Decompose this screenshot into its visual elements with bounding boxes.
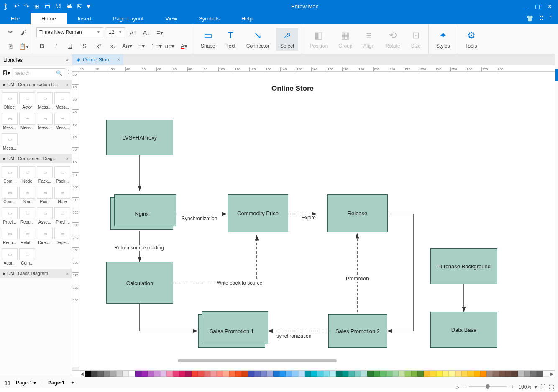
open-icon[interactable]: 🗀 (44, 3, 50, 10)
section-close-icon[interactable]: × (66, 271, 69, 276)
cut-icon[interactable]: ✂ (5, 27, 16, 38)
color-swatch[interactable] (493, 371, 499, 377)
pagelist-icon[interactable]: ▯▯ (4, 380, 10, 386)
color-swatch[interactable] (336, 371, 342, 377)
fit-page-icon[interactable]: ⛶ (540, 384, 545, 390)
color-swatch[interactable] (543, 371, 549, 377)
library-item[interactable]: ▭Point (37, 187, 53, 204)
color-swatch[interactable] (512, 371, 518, 377)
save-icon[interactable]: 🖫 (55, 3, 61, 10)
color-swatch[interactable] (223, 371, 229, 377)
lib-down-icon[interactable]: ˅ (68, 73, 69, 76)
table-icon[interactable]: ▦ (555, 185, 558, 196)
rotate-button[interactable]: ⟲Rotate (381, 28, 404, 51)
line-spacing-icon[interactable]: ≡▾ (136, 41, 147, 51)
library-item[interactable]: ▭Actor (19, 92, 35, 109)
paste-icon[interactable]: 📋▾ (18, 41, 29, 52)
color-swatch[interactable] (424, 371, 430, 377)
ribbon-collapse-icon[interactable]: ˄ (549, 15, 552, 22)
node-release[interactable]: Release (327, 194, 388, 232)
library-item[interactable]: ▭Com... (2, 187, 18, 204)
strike-icon[interactable]: S (79, 41, 90, 51)
color-swatch[interactable] (91, 371, 97, 377)
color-swatch[interactable] (185, 371, 192, 377)
position-button[interactable]: ◧Position (305, 28, 332, 51)
color-swatch[interactable] (399, 371, 405, 377)
library-item[interactable]: ▭Aggr... (2, 248, 18, 265)
layers-icon[interactable]: ☰ (555, 127, 558, 139)
color-swatch[interactable] (173, 371, 179, 377)
color-swatch[interactable] (392, 371, 399, 377)
color-swatch[interactable] (235, 371, 242, 377)
apps-icon[interactable]: ⠿ (539, 15, 543, 22)
color-swatch[interactable] (229, 371, 235, 377)
format-painter-icon[interactable]: 🖌 (18, 27, 29, 38)
menu-view[interactable]: View (154, 13, 188, 24)
color-swatch[interactable] (367, 371, 374, 377)
node-lvs[interactable]: LVS+HAProxy (106, 120, 173, 155)
shape-button[interactable]: ▭Shape (197, 28, 220, 51)
undo-icon[interactable]: ↶ (14, 3, 19, 10)
color-swatch[interactable] (530, 371, 537, 377)
color-swatch[interactable] (348, 371, 355, 377)
color-swatch[interactable] (85, 371, 91, 377)
color-swatch[interactable] (449, 371, 455, 377)
color-swatch[interactable] (267, 371, 273, 377)
color-swatch[interactable] (380, 371, 386, 377)
presentation-icon[interactable]: ▷ (456, 384, 459, 390)
color-swatch[interactable] (292, 371, 298, 377)
library-item[interactable]: ▭Requ... (19, 207, 35, 224)
node-purchase[interactable]: Purchase Background (430, 248, 497, 284)
color-swatch[interactable] (461, 371, 468, 377)
menu-file[interactable]: File (0, 13, 31, 24)
color-swatch[interactable] (518, 371, 524, 377)
section-close-icon[interactable]: × (66, 82, 69, 87)
connector-button[interactable]: ↘Connector (242, 28, 274, 51)
colorbar-right-icon[interactable]: ▶ (549, 371, 555, 377)
color-swatch[interactable] (273, 371, 279, 377)
page-tab[interactable]: Page-1 (48, 380, 64, 386)
color-swatch[interactable] (179, 371, 185, 377)
color-swatch[interactable] (254, 371, 261, 377)
add-page-icon[interactable]: ＋ (70, 379, 75, 386)
subscript-icon[interactable]: x₂ (108, 41, 118, 51)
library-item[interactable]: ▭Pack... (37, 166, 53, 183)
color-swatch[interactable] (480, 371, 486, 377)
redo-icon[interactable]: ↷ (24, 3, 29, 10)
color-swatch[interactable] (160, 371, 166, 377)
color-swatch[interactable] (286, 371, 292, 377)
library-item[interactable]: ▭Com... (19, 248, 35, 265)
library-menu-icon[interactable]: 🗄▾ (3, 70, 10, 76)
canvas[interactable]: Online Store LVS (79, 72, 518, 364)
library-item[interactable]: ▭Depe... (54, 228, 70, 245)
library-item[interactable]: ▭Start (19, 187, 35, 204)
library-section-header[interactable]: ▸ UML Component Diag...× (0, 154, 72, 163)
close-icon[interactable]: ✕ (548, 3, 552, 10)
color-swatch[interactable] (411, 371, 417, 377)
color-swatch[interactable] (305, 371, 311, 377)
color-swatch[interactable] (198, 371, 204, 377)
zoom-menu-icon[interactable]: ▾ (535, 384, 537, 390)
horizontal-scrollbar[interactable] (86, 359, 555, 364)
node-nginx[interactable]: Nginx (110, 197, 173, 230)
color-swatch[interactable] (298, 371, 305, 377)
copy-icon[interactable]: ⎘ (5, 41, 16, 52)
color-swatch[interactable] (261, 371, 267, 377)
color-swatch[interactable] (242, 371, 248, 377)
color-swatch[interactable] (116, 371, 123, 377)
color-swatch[interactable] (499, 371, 505, 377)
library-item[interactable]: ▭Mess... (19, 113, 35, 130)
tools-button[interactable]: ⚙Tools (461, 28, 481, 51)
library-item[interactable]: ▭Asse... (37, 207, 53, 224)
text-button[interactable]: TText (222, 28, 240, 51)
library-item[interactable]: ▭Direc... (37, 228, 53, 245)
fullscreen-icon[interactable]: ⛶ (549, 384, 554, 390)
color-swatch[interactable] (342, 371, 348, 377)
node-sales1[interactable]: Sales Promotion 1 (198, 314, 265, 348)
color-swatch[interactable] (192, 371, 198, 377)
library-item[interactable]: ▭Note (54, 187, 70, 204)
select-button[interactable]: ⬀Select (276, 28, 298, 51)
italic-icon[interactable]: I (51, 41, 61, 51)
color-swatch[interactable] (386, 371, 392, 377)
color-swatch[interactable] (248, 371, 254, 377)
